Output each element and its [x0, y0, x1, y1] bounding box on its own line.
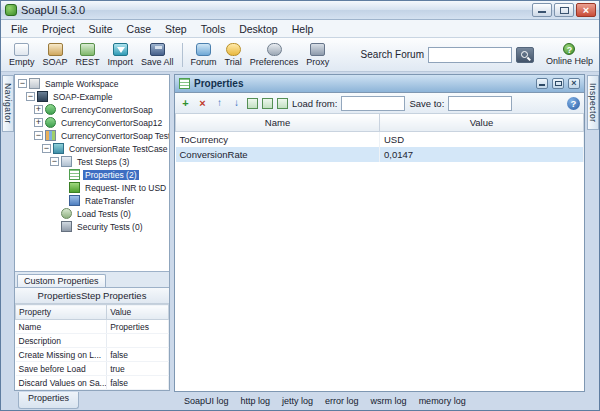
tab-custom-properties[interactable]: Custom Properties [17, 274, 106, 287]
toolbar-button-preferences[interactable]: Preferences [246, 41, 303, 69]
step-property-name-cell: Name [16, 320, 107, 334]
properties-icon [69, 169, 80, 180]
step-property-row-discard-values-on-sa[interactable]: Discard Values on Sa...false [16, 376, 169, 390]
close-button[interactable] [576, 3, 596, 17]
toolbar-button-import[interactable]: Import [104, 41, 138, 69]
step-property-row-save-before-load[interactable]: Save before Loadtrue [16, 362, 169, 376]
tree-item-soap-example[interactable]: −SOAP-Example [15, 90, 169, 103]
step-properties-column-value[interactable]: Value [107, 305, 169, 320]
toolbar-button-save-all[interactable]: Save All [137, 41, 178, 69]
step-property-value-cell[interactable]: Properties [107, 320, 169, 334]
property-value-cell[interactable]: USD [380, 132, 584, 148]
menu-item-help[interactable]: Help [285, 22, 321, 36]
help-icon[interactable] [567, 97, 580, 110]
tree-item-sample-workspace[interactable]: −Sample Workspace [15, 77, 169, 90]
menu-item-case[interactable]: Case [120, 22, 159, 36]
log-tab-wsrm-log[interactable]: wsrm log [365, 395, 413, 407]
tree-item-test-steps-3[interactable]: −Test Steps (3) [15, 155, 169, 168]
expand-icon[interactable]: + [34, 118, 43, 127]
tree-item-security-tests-0[interactable]: Security Tests (0) [15, 220, 169, 233]
property-value-cell[interactable]: 0,0147 [380, 147, 584, 162]
log-tab-jetty-log[interactable]: jetty log [276, 395, 319, 407]
tree-item-properties-2[interactable]: Properties (2) [15, 168, 169, 181]
tree-item-load-tests-0[interactable]: Load Tests (0) [15, 207, 169, 220]
minimize-button[interactable] [532, 3, 552, 17]
tree-item-ratetransfer[interactable]: RateTransfer [15, 194, 169, 207]
collapse-icon[interactable]: − [34, 131, 43, 140]
step-properties-column-property[interactable]: Property [16, 305, 107, 320]
toolbar-button-label: SOAP [43, 57, 68, 67]
properties-panel-header[interactable]: Properties [175, 75, 584, 93]
log-tab-soapui-log[interactable]: SoapUI log [178, 395, 235, 407]
add-icon[interactable]: + [179, 97, 192, 110]
search-forum-input[interactable] [428, 47, 512, 63]
log-tab-http-log[interactable]: http log [235, 395, 277, 407]
toolbar-button-empty[interactable]: Empty [5, 41, 39, 69]
panel-maximize-button[interactable] [552, 78, 564, 89]
online-help-button[interactable]: Online Help [546, 43, 593, 66]
collapse-icon[interactable]: − [26, 92, 35, 101]
panel-minimize-button[interactable] [536, 78, 548, 89]
step-property-value-cell[interactable]: false [107, 348, 169, 362]
collapse-icon[interactable]: − [50, 157, 59, 166]
step-property-row-name[interactable]: NameProperties [16, 320, 169, 334]
move-down-icon[interactable]: ↓ [230, 97, 243, 110]
step-property-value-cell[interactable]: false [107, 376, 169, 390]
tree-item-currencyconvertorsoap-testsuite[interactable]: −CurrencyConvertorSoap TestSuite [15, 129, 169, 142]
toolbar-button-forum[interactable]: Forum [187, 41, 221, 69]
tree-item-label: SOAP-Example [51, 92, 115, 102]
title-bar[interactable]: SoapUI 5.3.0 [1, 1, 599, 20]
tree-item-currencyconvertorsoap[interactable]: +CurrencyConvertorSoap [15, 103, 169, 116]
delete-icon[interactable]: × [196, 97, 209, 110]
move-up-icon[interactable]: ↑ [213, 97, 226, 110]
property-row-tocurrency[interactable]: ToCurrencyUSD [176, 132, 584, 148]
inspector-tab[interactable]: Inspector [587, 75, 599, 130]
panel-close-button[interactable] [568, 78, 580, 89]
menu-bar: FileProjectSuiteCaseStepToolsDesktopHelp [1, 20, 599, 38]
menu-item-suite[interactable]: Suite [82, 22, 120, 36]
navigator-tab[interactable]: Navigator [2, 75, 14, 132]
tree-item-request-inr-to-usd[interactable]: Request- INR to USD [15, 181, 169, 194]
sort-icon[interactable] [247, 98, 258, 109]
log-tab-error-log[interactable]: error log [319, 395, 365, 407]
toolbar-button-proxy[interactable]: Proxy [302, 41, 333, 69]
log-tab-memory-log[interactable]: memory log [413, 395, 472, 407]
collapse-icon[interactable]: − [42, 144, 51, 153]
load-from-label: Load from: [292, 98, 337, 109]
step-property-value-cell[interactable] [107, 334, 169, 348]
save-to-input[interactable] [448, 96, 512, 111]
toolbar-button-rest[interactable]: REST [72, 41, 104, 69]
toolbar-button-soap[interactable]: SOAP [39, 41, 72, 69]
paste-icon[interactable] [277, 98, 288, 109]
tree-item-label: ConversionRate TestCase [67, 144, 169, 154]
properties-column-name[interactable]: Name [176, 114, 380, 132]
toolbar-separator [182, 43, 183, 67]
copy-icon[interactable] [262, 98, 273, 109]
expand-icon[interactable]: + [34, 105, 43, 114]
load-from-input[interactable] [341, 96, 405, 111]
menu-item-tools[interactable]: Tools [194, 22, 233, 36]
search-button[interactable] [516, 47, 534, 63]
step-property-row-create-missing-on-l[interactable]: Create Missing on L...false [16, 348, 169, 362]
toolbar-button-label: Forum [191, 57, 217, 67]
step-property-name-cell: Discard Values on Sa... [16, 376, 107, 390]
menu-item-file[interactable]: File [4, 22, 35, 36]
menu-item-desktop[interactable]: Desktop [232, 22, 285, 36]
property-row-conversionrate[interactable]: ConversionRate0,0147 [176, 147, 584, 162]
preferences-icon [267, 43, 282, 56]
menu-item-step[interactable]: Step [158, 22, 194, 36]
soapui-window: SoapUI 5.3.0 FileProjectSuiteCaseStepToo… [0, 0, 600, 411]
app-icon [5, 4, 17, 16]
menu-item-project[interactable]: Project [35, 22, 82, 36]
maximize-button[interactable] [554, 3, 574, 17]
tab-properties-bottom[interactable]: Properties [18, 392, 79, 409]
toolbar-button-trial[interactable]: Trial [221, 41, 246, 69]
tree-item-label: CurrencyConvertorSoap12 [59, 118, 164, 128]
tree-item-conversionrate-testcase[interactable]: −ConversionRate TestCase [15, 142, 169, 155]
tree-item-currencyconvertorsoap12[interactable]: +CurrencyConvertorSoap12 [15, 116, 169, 129]
step-property-row-description[interactable]: Description [16, 334, 169, 348]
properties-column-value[interactable]: Value [380, 114, 584, 132]
step-property-value-cell[interactable]: true [107, 362, 169, 376]
collapse-icon[interactable]: − [18, 79, 27, 88]
window-title: SoapUI 5.3.0 [21, 4, 528, 16]
